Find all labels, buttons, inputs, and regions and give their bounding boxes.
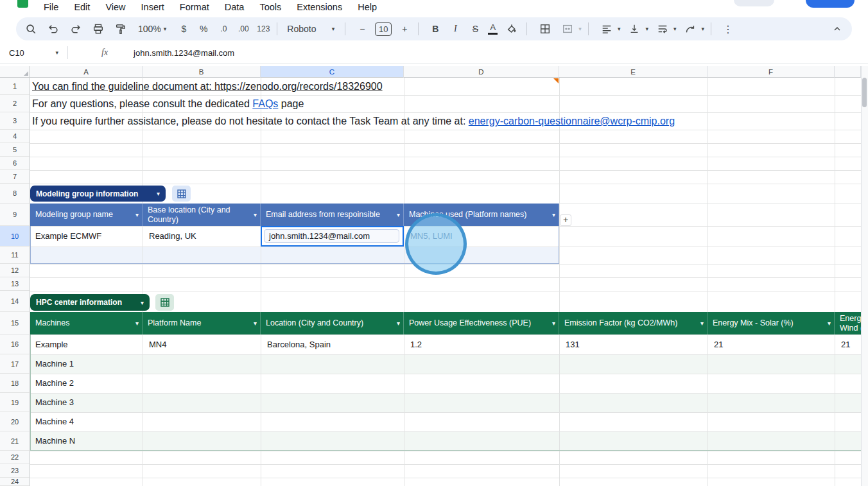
add-column-button[interactable]: + — [560, 214, 571, 226]
cell-value[interactable]: Machine 3 — [35, 393, 141, 412]
column-header-partial[interactable] — [835, 66, 861, 78]
column-header-F[interactable]: F — [707, 66, 835, 78]
row-header-7[interactable]: 7 — [0, 170, 30, 184]
chevron-down-icon[interactable]: ▾ — [701, 26, 704, 32]
cell-value[interactable]: 1.2 — [410, 334, 558, 354]
column-dropdown-icon[interactable]: ▾ — [254, 211, 257, 219]
table2-header-6[interactable]: Energy Mix - Wind (%) — [835, 312, 861, 334]
row-header-16[interactable]: 16 — [0, 334, 30, 354]
menu-view[interactable]: View — [98, 1, 133, 13]
row-header-23[interactable]: 23 — [0, 464, 30, 478]
text-rotation-button[interactable] — [682, 21, 699, 37]
scrollbar-thumb[interactable] — [862, 78, 867, 107]
row-header-9[interactable]: 9 — [0, 204, 30, 226]
cell-value[interactable]: Machine 4 — [35, 412, 141, 431]
row-header-1[interactable]: 1 — [0, 78, 30, 95]
email-chip[interactable]: john.smith.1234@mail.com — [264, 229, 399, 243]
undo-button[interactable] — [45, 21, 62, 37]
hyperlink-text[interactable]: You can find the guideline document at: … — [32, 81, 383, 92]
row-header-20[interactable]: 20 — [0, 412, 30, 431]
row-header-14[interactable]: 14 — [0, 291, 30, 312]
menu-file[interactable]: File — [36, 1, 66, 13]
row-header-12[interactable]: 12 — [0, 264, 30, 277]
bold-button[interactable]: B — [428, 21, 442, 37]
zoom-select[interactable]: 100% ▾ — [138, 24, 166, 34]
menu-insert[interactable]: Insert — [134, 1, 172, 13]
formula-input[interactable]: john.smith.1234@mail.com — [134, 48, 234, 58]
table1-header-0[interactable]: Modeling group name▾ — [30, 204, 143, 226]
column-dropdown-icon[interactable]: ▾ — [828, 320, 831, 327]
cell-value[interactable]: Example — [35, 334, 141, 354]
collapse-toolbar-icon[interactable] — [829, 21, 846, 37]
cell-value[interactable]: 21 — [714, 334, 833, 354]
decrease-font-size-button[interactable]: − — [355, 21, 369, 37]
row-header-24[interactable]: 24 — [0, 478, 30, 486]
cell-value[interactable]: Machine 1 — [35, 354, 141, 374]
table1-tab[interactable]: Modeling group information▾ — [30, 186, 166, 202]
sheets-logo-icon[interactable] — [17, 0, 28, 8]
row-header-4[interactable]: 4 — [0, 130, 30, 143]
cell-value[interactable]: Machine 2 — [35, 374, 141, 393]
font-size-input[interactable]: 10 — [375, 22, 392, 36]
row-header-5[interactable]: 5 — [0, 143, 30, 157]
decrease-decimal-button[interactable]: .0 — [216, 21, 230, 37]
menu-data[interactable]: Data — [217, 1, 252, 13]
table2-header-0[interactable]: Machines▾ — [30, 312, 143, 334]
column-header-D[interactable]: D — [404, 66, 559, 78]
fill-color-button[interactable] — [503, 21, 520, 37]
row-header-15[interactable]: 15 — [0, 312, 30, 334]
row-header-6[interactable]: 6 — [0, 157, 30, 170]
borders-button[interactable] — [537, 21, 553, 37]
select-all-corner[interactable] — [0, 66, 30, 78]
row-header-3[interactable]: 3 — [0, 112, 30, 130]
cell-value[interactable]: 21 — [841, 334, 861, 354]
print-button[interactable] — [90, 21, 107, 37]
table1-header-2[interactable]: Email address from respoinsible▾ — [261, 204, 404, 226]
hyperlink-text[interactable]: FAQs — [252, 98, 278, 109]
strikethrough-button[interactable]: S — [468, 21, 482, 37]
text-color-button[interactable]: A — [488, 21, 498, 37]
row-header-10[interactable]: 10 — [0, 226, 30, 247]
cell-value[interactable]: Barcelona, Spain — [267, 334, 403, 354]
row-header-8[interactable]: 8 — [0, 184, 30, 204]
column-header-B[interactable]: B — [143, 66, 261, 78]
cell-value[interactable]: Reading, UK — [149, 226, 259, 247]
vertical-scrollbar[interactable] — [861, 66, 868, 486]
row-header-2[interactable]: 2 — [0, 95, 30, 112]
increase-decimal-button[interactable]: .00 — [236, 21, 250, 37]
format-percent-button[interactable]: % — [196, 21, 211, 37]
column-dropdown-icon[interactable]: ▾ — [135, 320, 139, 327]
menu-help[interactable]: Help — [350, 1, 385, 13]
number-format-button[interactable]: 123 — [256, 21, 270, 37]
chevron-down-icon[interactable]: ▾ — [673, 26, 677, 32]
paint-format-button[interactable] — [112, 21, 129, 37]
merge-cells-button[interactable] — [559, 21, 576, 37]
menu-edit[interactable]: Edit — [66, 1, 98, 13]
row-header-21[interactable]: 21 — [0, 431, 30, 451]
table2-view-button[interactable] — [155, 294, 174, 311]
row-header-13[interactable]: 13 — [0, 277, 30, 291]
cell-value[interactable]: Example ECMWF — [35, 226, 141, 247]
format-currency-button[interactable]: $ — [177, 21, 191, 37]
row-header-18[interactable]: 18 — [0, 374, 30, 393]
menu-extensions[interactable]: Extensions — [289, 1, 350, 13]
table2-header-2[interactable]: Location (City and Country)▾ — [261, 312, 404, 334]
row-header-17[interactable]: 17 — [0, 354, 30, 374]
hyperlink-text[interactable]: energy-carbon-questionnaire@wcrp-cmip.or… — [469, 116, 675, 126]
menu-format[interactable]: Format — [172, 1, 217, 13]
more-button[interactable]: ⋮ — [721, 21, 735, 37]
row-header-11[interactable]: 11 — [0, 247, 30, 264]
text-wrapping-button[interactable] — [654, 21, 671, 37]
horizontal-align-button[interactable] — [598, 21, 615, 37]
column-dropdown-icon[interactable]: ▾ — [552, 320, 555, 327]
cell-value[interactable]: Machine N — [35, 431, 141, 451]
column-dropdown-icon[interactable]: ▾ — [254, 320, 257, 327]
table2-header-3[interactable]: Power Usage Effectiveness (PUE)▾ — [404, 312, 559, 334]
menu-tools[interactable]: Tools — [252, 1, 289, 13]
cell-value[interactable]: 131 — [566, 334, 706, 354]
vertical-align-button[interactable] — [626, 21, 643, 37]
chevron-down-icon[interactable]: ▾ — [578, 26, 582, 32]
table1-header-3[interactable]: Machines used (Platform names)▾ — [404, 204, 559, 226]
table2-header-5[interactable]: Energy Mix - Solar (%)▾ — [707, 312, 835, 334]
column-dropdown-icon[interactable]: ▾ — [700, 320, 704, 327]
